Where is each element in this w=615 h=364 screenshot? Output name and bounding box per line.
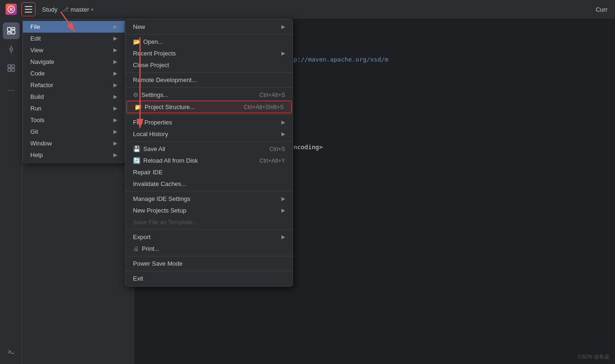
menu-label: File Properties — [133, 119, 172, 126]
menu-item-file[interactable]: File ▶ — [23, 21, 125, 33]
submenu-arrow-icon: ▶ — [113, 35, 117, 41]
sidebar-icon-plugins[interactable] — [3, 60, 20, 76]
menu-label: Settings... — [141, 91, 168, 98]
menu-item-code[interactable]: Code ▶ — [23, 68, 125, 79]
submenu-arrow-icon: ▶ — [113, 47, 117, 53]
menu-label: Code — [30, 70, 45, 77]
submenu-arrow-icon: ▶ — [113, 129, 117, 135]
branch-indicator[interactable]: ⎇ master ▾ — [62, 6, 93, 13]
separator — [126, 141, 293, 142]
top-bar: Study ⎇ master ▾ Curr — [0, 0, 615, 19]
separator — [126, 115, 293, 115]
menu-item-view[interactable]: View ▶ — [23, 44, 125, 56]
submenu-item-new[interactable]: New ▶ — [126, 21, 293, 33]
submenu-item-file-properties[interactable]: File Properties ▶ — [126, 117, 293, 128]
submenu-item-save-as-template: Save File as Template... — [126, 216, 293, 228]
submenu-item-local-history[interactable]: Local History ▶ — [126, 128, 293, 140]
svg-rect-8 — [8, 65, 11, 68]
menu-label: Reload All from Disk — [143, 157, 198, 164]
menu-label: Save All — [143, 145, 165, 152]
menu-label: Window — [30, 140, 52, 147]
menu-label: Export — [133, 234, 151, 240]
project-name: Study — [42, 6, 57, 13]
submenu-item-settings[interactable]: ⚙ Settings... Ctrl+Alt+S — [126, 89, 293, 101]
submenu-item-close-project[interactable]: Close Project — [126, 59, 293, 71]
app-logo — [6, 4, 17, 15]
hamburger-line — [25, 12, 32, 13]
menu-label: Remote Development... — [133, 76, 197, 83]
menu-item-git[interactable]: Git ▶ — [23, 126, 125, 137]
submenu-arrow-icon: ▶ — [113, 140, 117, 146]
menu-label: Recent Projects — [133, 50, 176, 57]
menu-label: Run — [30, 105, 42, 112]
submenu-item-power-save[interactable]: Power Save Mode — [126, 258, 293, 269]
save-all-icon: 💾 — [133, 145, 140, 152]
submenu-item-open[interactable]: 📂 Open... — [126, 36, 293, 48]
svg-rect-10 — [8, 69, 11, 71]
svg-point-5 — [10, 48, 13, 51]
sidebar-icon-project[interactable] — [3, 22, 20, 39]
shortcut-text: Ctrl+S — [269, 146, 285, 152]
svg-rect-4 — [7, 32, 11, 34]
hamburger-line — [25, 6, 32, 7]
submenu-item-repair-ide[interactable]: Repair IDE — [126, 166, 293, 178]
submenu-arrow-icon: ▶ — [281, 207, 285, 213]
sidebar-icon-commit[interactable] — [3, 41, 20, 58]
menu-label: Exit — [133, 275, 143, 282]
menu-item-refactor[interactable]: Refactor ▶ — [23, 79, 125, 91]
submenu-item-print[interactable]: 🖨 Print... — [126, 243, 293, 254]
submenu-arrow-icon: ▶ — [281, 196, 285, 202]
menu-label: Help — [30, 151, 43, 158]
submenu-arrow-icon: ▶ — [113, 117, 117, 123]
menu-item-edit[interactable]: Edit ▶ — [23, 33, 125, 44]
menu-label: Tools — [30, 117, 44, 124]
submenu-arrow-icon: ▶ — [113, 59, 117, 65]
submenu-item-invalidate[interactable]: Invalidate Caches... — [126, 178, 293, 190]
submenu-arrow-icon: ▶ — [281, 234, 285, 240]
submenu-arrow-icon: ▶ — [113, 152, 117, 158]
sidebar-icon-more[interactable]: ··· — [3, 82, 20, 99]
git-icon: ⎇ — [62, 6, 69, 13]
submenu-item-new-projects-setup[interactable]: New Projects Setup ▶ — [126, 205, 293, 216]
menu-label: Local History — [133, 130, 168, 137]
menu-label: Save File as Template... — [133, 219, 198, 226]
menu-label: View — [30, 47, 43, 54]
svg-rect-11 — [12, 69, 14, 71]
menu-label: Invalidate Caches... — [133, 180, 186, 187]
top-bar-right-text: Curr — [596, 6, 608, 13]
submenu-item-recent-projects[interactable]: Recent Projects ▶ — [126, 48, 293, 59]
submenu-arrow-icon: ▶ — [281, 131, 285, 137]
watermark: CSDN @鱼迹 — [578, 353, 609, 360]
separator — [126, 34, 293, 34]
submenu-item-project-structure[interactable]: 📁 Project Structure... Ctrl+Alt+Shift+S — [126, 101, 292, 113]
submenu-item-remote-dev[interactable]: Remote Development... — [126, 74, 293, 86]
settings-gear-icon: ⚙ — [133, 91, 139, 98]
shortcut-text: Ctrl+Alt+Y — [259, 158, 285, 164]
submenu-item-manage-ide[interactable]: Manage IDE Settings ▶ — [126, 193, 293, 205]
menu-label: Print... — [142, 245, 160, 252]
menu-item-run[interactable]: Run ▶ — [23, 103, 125, 114]
svg-rect-3 — [12, 30, 15, 34]
sidebar-icon-terminal[interactable] — [3, 343, 20, 360]
project-structure-icon: 📁 — [134, 103, 142, 110]
menu-item-build[interactable]: Build ▶ — [23, 91, 125, 103]
menu-label: Manage IDE Settings — [133, 195, 190, 202]
menu-label: File — [30, 23, 40, 30]
submenu-item-export[interactable]: Export ▶ — [126, 231, 293, 243]
submenu-item-exit[interactable]: Exit — [126, 273, 293, 284]
menu-label: Close Project — [133, 62, 169, 69]
menu-item-window[interactable]: Window ▶ — [23, 137, 125, 149]
menu-item-help[interactable]: Help ▶ — [23, 149, 125, 161]
submenu-item-reload[interactable]: 🔄 Reload All from Disk Ctrl+Alt+Y — [126, 155, 293, 166]
menu-item-navigate[interactable]: Navigate ▶ — [23, 56, 125, 68]
submenu-item-save-all[interactable]: 💾 Save All Ctrl+S — [126, 143, 293, 155]
branch-name: master — [70, 6, 89, 13]
hamburger-line — [25, 9, 32, 10]
submenu-arrow-icon: ▶ — [113, 94, 117, 100]
menu-item-tools[interactable]: Tools ▶ — [23, 114, 125, 126]
print-icon: 🖨 — [133, 245, 139, 252]
submenu-arrow-icon: ▶ — [281, 50, 285, 56]
separator — [126, 229, 293, 230]
hamburger-menu-button[interactable] — [21, 2, 35, 16]
submenu-arrow-icon: ▶ — [113, 24, 117, 30]
